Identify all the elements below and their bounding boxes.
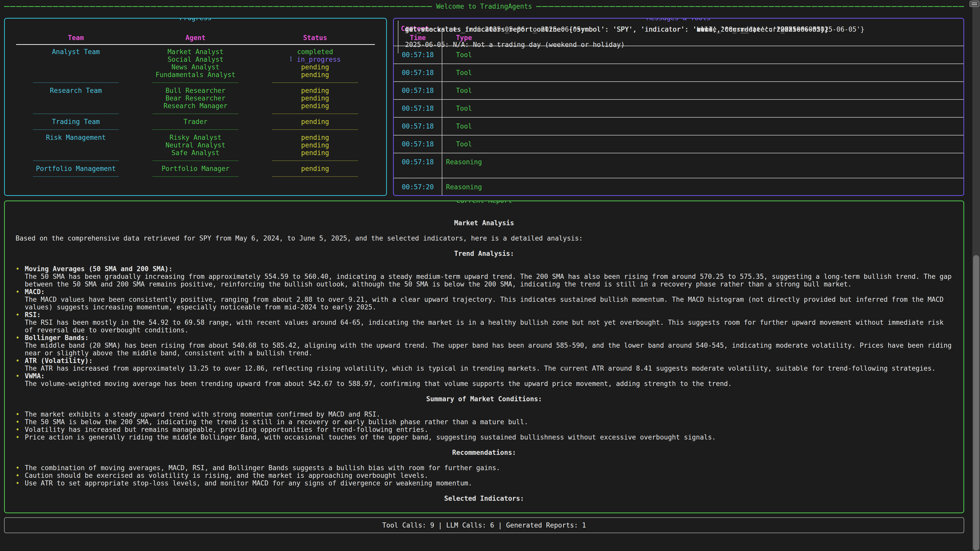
report-panel-title: Current Report — [452, 200, 517, 204]
team-separator-row — [16, 125, 375, 134]
footer-stats-box: Tool Calls: 9 | LLM Calls: 6 | Generated… — [4, 517, 964, 533]
agent-name: Bull Researcher — [136, 87, 256, 94]
agent-name: Research Manager — [136, 102, 256, 110]
separator-line — [272, 160, 358, 161]
message-type: Tool — [442, 82, 486, 99]
message-time: 00:57:20 — [394, 178, 442, 196]
bullet-item: •MACD:The MACD values have been consiste… — [16, 288, 953, 311]
agent-name: News Analyst — [136, 63, 256, 71]
scrollbar-menu-button[interactable] — [969, 1, 979, 7]
bullet-text: The combination of moving averages, MACD… — [25, 464, 953, 472]
title-rule-right — [536, 6, 964, 7]
team-separator-row — [16, 110, 375, 118]
message-time: 00:57:18 — [394, 64, 442, 81]
agent-name: Bear Researcher — [136, 94, 256, 102]
app-title-bar: Welcome to TradingAgents — [4, 2, 964, 11]
bullet-icon: • — [16, 464, 25, 472]
bullet-text: Use ATR to set appropriate stop-loss lev… — [25, 479, 953, 487]
bullet-text: The middle band (20 SMA) has been rising… — [25, 341, 953, 357]
bullet-content: Price action is generally riding the mid… — [25, 433, 953, 441]
scrollbar-track[interactable] — [972, 0, 980, 551]
bullet-list: •The combination of moving averages, MAC… — [16, 464, 953, 487]
progress-row: Portfolio ManagementPortfolio Managerpen… — [16, 165, 375, 172]
team-name: Risk Management — [16, 134, 136, 141]
bullet-icon: • — [16, 372, 25, 387]
section-heading: Recommendations: — [16, 449, 953, 456]
messages-table-body: 00:57:18Toolget_stockstats_indicators_re… — [394, 46, 963, 196]
progress-row: Research TeamBull Researcherpending — [16, 87, 375, 94]
team-name: Analyst Team — [16, 48, 136, 56]
message-time: 00:57:18 — [394, 135, 442, 153]
bullet-text: The market exhibits a steady upward tren… — [25, 410, 953, 418]
agent-name: Trader — [136, 118, 256, 125]
bullet-item: •Caution should be exercised as volatili… — [16, 472, 953, 479]
bullet-item: •The combination of moving averages, MAC… — [16, 464, 953, 472]
message-time: 00:57:18 — [394, 100, 442, 117]
progress-row: Neutral Analystpending — [16, 141, 375, 149]
agent-status: pending — [255, 134, 375, 141]
separator-line — [272, 83, 358, 83]
bullet-item: •Price action is generally riding the mi… — [16, 433, 953, 441]
agent-name: Safe Analyst — [136, 149, 256, 157]
message-type: Reasoning — [442, 178, 486, 196]
bullet-text: The 50 SMA is below the 200 SMA, indicat… — [25, 418, 953, 426]
bullet-icon: • — [16, 357, 25, 372]
bullet-content: The 50 SMA is below the 200 SMA, indicat… — [25, 418, 953, 426]
column-header-team: Team — [16, 34, 136, 41]
agent-status: pending — [255, 102, 375, 110]
bullet-content: Use ATR to set appropriate stop-loss lev… — [25, 479, 953, 487]
separator-line — [272, 129, 358, 130]
bullet-term: VWMA: — [25, 372, 953, 380]
bullet-icon: • — [16, 479, 25, 487]
bullet-term: Moving Averages (50 SMA and 200 SMA): — [25, 265, 953, 273]
agent-name: Market Analyst — [136, 48, 256, 56]
progress-row: News Analystpending — [16, 63, 375, 71]
separator-line — [33, 129, 119, 130]
agent-name: Social Analyst — [136, 56, 256, 63]
agent-status: completed — [255, 48, 375, 56]
bullet-item: •Use ATR to set appropriate stop-loss le… — [16, 479, 953, 487]
progress-panel-title: Progress — [175, 18, 216, 22]
bullet-term: RSI: — [25, 311, 953, 319]
bullet-icon: • — [16, 418, 25, 426]
scrollbar-thumb[interactable] — [973, 255, 979, 551]
column-header-status: Status — [255, 34, 375, 41]
bullet-content: ATR (Volatility):The ATR has increased f… — [25, 357, 953, 372]
progress-panel: Progress Team Agent Status Analyst TeamM… — [4, 18, 387, 196]
message-type: Tool — [442, 118, 486, 135]
message-content: ## vwma values from 2025-05-06 to 2025-0… — [398, 21, 964, 53]
message-row: 00:57:20Reasoning## vwma values from 202… — [394, 178, 963, 196]
bullet-icon: • — [16, 472, 25, 479]
message-row: 00:57:18Toolget_stockstats_indicators_re… — [394, 64, 963, 82]
bullet-icon: • — [16, 265, 25, 288]
bullet-item: •The market exhibits a steady upward tre… — [16, 410, 953, 418]
bullet-content: RSI:The RSI has been mostly in the 54.92… — [25, 311, 953, 334]
agent-status: pending — [255, 87, 375, 94]
report-panel: Current Report Market Analysis Based on … — [4, 200, 964, 513]
report-sections: Trend Analysis:•Moving Averages (50 SMA … — [16, 250, 953, 502]
section-heading: Summary of Market Conditions: — [16, 395, 953, 403]
bullet-term: MACD: — [25, 288, 953, 295]
message-row: 00:57:18Reasoning — [394, 153, 963, 178]
agent-status: pending — [255, 165, 375, 172]
bullet-text: The MACD values have been consistently p… — [25, 295, 953, 311]
bullet-content: VWMA:The volume-weighted moving average … — [25, 372, 953, 387]
progress-table: Team Agent Status Analyst TeamMarket Ana… — [5, 19, 386, 181]
spinner-icon: ⠇ — [290, 56, 294, 63]
bullet-content: Bollinger Bands:The middle band (20 SMA)… — [25, 334, 953, 357]
agent-status: pending — [255, 141, 375, 149]
bullet-term: ATR (Volatility): — [25, 357, 953, 365]
bullet-content: Caution should be exercised as volatilit… — [25, 472, 953, 479]
terminal-screen: { "app": { "title": "Welcome to TradingA… — [0, 0, 980, 551]
bullet-content: MACD:The MACD values have been consisten… — [25, 288, 953, 311]
agent-name: Portfolio Manager — [136, 165, 256, 172]
separator-line — [33, 83, 119, 83]
message-row: 00:57:18Toolget_stockstats_indicators_re… — [394, 118, 963, 135]
message-type: Tool — [442, 64, 486, 81]
bullet-text: The ATR has increased from approximately… — [25, 365, 953, 372]
agent-status: pending — [255, 94, 375, 102]
team-name: Portfolio Management — [16, 165, 136, 172]
separator-line — [152, 114, 239, 114]
message-row: 00:57:18Toolget_stockstats_indicators_re… — [394, 82, 963, 100]
bullet-content: Moving Averages (50 SMA and 200 SMA):The… — [25, 265, 953, 288]
